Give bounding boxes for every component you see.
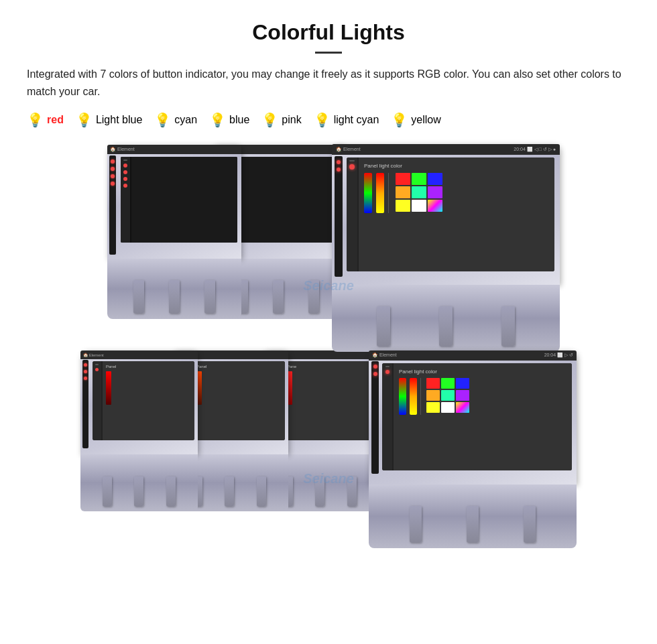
head-unit-t3: 🏠 Element 20:04 ⬜ ◁ □ ↺ ▷ ● Panel light …	[332, 144, 560, 352]
color-label-yellow: yellow	[411, 114, 440, 126]
bulb-icon-yellow: 💡	[391, 112, 408, 128]
bulb-icon-blue: 💡	[209, 112, 226, 128]
color-label-lightcyan: light cyan	[334, 114, 379, 126]
top-units-row: 🏠 Element	[27, 141, 630, 352]
unit-bottom-1: 🏠 Element Panel	[80, 347, 198, 511]
color-label-blue: blue	[229, 114, 249, 126]
color-item-cyan: 💡 cyan	[154, 112, 197, 128]
head-unit-t1: 🏠 Element	[107, 145, 241, 319]
bulb-icon-lightblue: 💡	[76, 112, 93, 128]
bulb-icon-red: 💡	[27, 112, 44, 128]
color-item-yellow: 💡 yellow	[391, 112, 440, 128]
color-legend-row: 💡 red 💡 Light blue 💡 cyan 💡 blue 💡 pink …	[27, 112, 630, 128]
color-label-lightblue: Light blue	[96, 114, 142, 126]
color-item-red: 💡 red	[27, 112, 64, 128]
bulb-icon-pink: 💡	[261, 112, 278, 128]
bulb-icon-cyan: 💡	[154, 112, 171, 128]
page-container: Colorful Lights Integrated with 7 colors…	[0, 0, 657, 507]
unit-top-1: 🏠 Element	[107, 141, 241, 319]
color-label-cyan: cyan	[174, 114, 197, 126]
page-title: Colorful Lights	[27, 20, 630, 45]
unit-bottom-4: 🏠 Element 20:04 ⬜ ▷ ↺ Panel light color	[369, 347, 577, 548]
bottom-units-row: 🏠 Element Panel	[27, 347, 630, 548]
head-unit-b4: 🏠 Element 20:04 ⬜ ▷ ↺ Panel light color	[369, 350, 577, 548]
title-divider	[315, 52, 342, 54]
color-item-lightblue: 💡 Light blue	[76, 112, 142, 128]
unit-top-3: 🏠 Element 20:04 ⬜ ◁ □ ↺ ▷ ● Panel light …	[332, 141, 560, 352]
bulb-icon-lightcyan: 💡	[314, 112, 331, 128]
head-unit-b1: 🏠 Element Panel	[80, 350, 198, 511]
color-item-blue: 💡 blue	[209, 112, 249, 128]
color-label-pink: pink	[282, 114, 301, 126]
color-label-red: red	[47, 114, 64, 126]
description-text: Integrated with 7 colors of button indic…	[27, 66, 630, 100]
color-item-lightcyan: 💡 light cyan	[314, 112, 379, 128]
color-item-pink: 💡 pink	[261, 112, 301, 128]
